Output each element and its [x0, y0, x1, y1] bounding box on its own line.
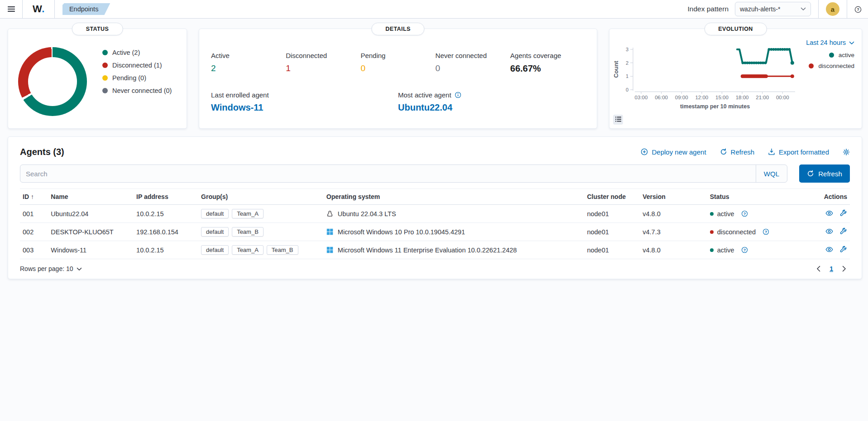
status-panel: STATUS Active (2)Disconnected (1)Pending…	[8, 29, 187, 129]
most-active-value[interactable]: Ubuntu22.04	[398, 102, 585, 113]
list-icon	[615, 116, 621, 124]
agent-name[interactable]: Ubuntu22.04	[48, 205, 134, 223]
column-header-id[interactable]: ID ↑	[20, 189, 48, 205]
column-header-name[interactable]: Name	[48, 189, 134, 205]
info-icon[interactable]	[455, 92, 462, 99]
view-agent-eye-icon[interactable]	[825, 227, 833, 235]
next-page-button[interactable]	[842, 266, 846, 272]
group-chip[interactable]: Team_B	[267, 245, 298, 255]
agent-ip: 10.0.2.15	[134, 241, 198, 259]
search-input[interactable]	[20, 165, 756, 182]
group-chip[interactable]: Team_B	[232, 227, 264, 237]
stat-label: Agents coverage	[510, 52, 585, 59]
legend-dot-icon	[102, 63, 108, 68]
legend-label: active	[839, 52, 854, 58]
svg-text:Count: Count	[613, 61, 619, 78]
previous-page-button[interactable]	[816, 266, 820, 272]
page-content: STATUS Active (2)Disconnected (1)Pending…	[0, 19, 868, 279]
wazuh-logo[interactable]: W.	[23, 0, 54, 18]
svg-text:21:00: 21:00	[756, 95, 769, 100]
group-chip[interactable]: default	[201, 209, 229, 218]
gear-icon	[843, 148, 850, 155]
column-header-group-s-[interactable]: Group(s)	[198, 189, 324, 205]
evolution-legend-item[interactable]: disconnected	[809, 63, 854, 69]
page-number[interactable]: 1	[830, 265, 833, 272]
stat-disconnected: Disconnected1	[286, 52, 360, 74]
chevron-down-icon	[801, 7, 806, 11]
export-formatted-button[interactable]: Export formatted	[768, 148, 829, 156]
manage-agent-wrench-icon[interactable]	[839, 246, 847, 253]
agent-row[interactable]: 003Windows-1110.0.2.15defaultTeam_ATeam_…	[20, 241, 850, 259]
status-dot-icon	[710, 248, 714, 252]
agent-id: 001	[20, 205, 48, 223]
menu-button[interactable]	[0, 0, 22, 18]
column-header-status[interactable]: Status	[707, 189, 804, 205]
topbar: W. Endpoints Index pattern wazuh-alerts-…	[0, 0, 868, 19]
avatar[interactable]: a	[826, 2, 839, 16]
refresh-button[interactable]: Refresh	[799, 165, 850, 183]
svg-text:2: 2	[626, 60, 628, 66]
status-legend-item[interactable]: Disconnected (1)	[102, 62, 172, 69]
status-help-icon[interactable]: ?	[762, 228, 769, 235]
stat-never-connected: Never connected0	[436, 52, 510, 74]
status-help-icon[interactable]: ?	[741, 210, 748, 217]
help-button[interactable]: ?	[854, 5, 862, 13]
windows-icon	[326, 228, 334, 236]
status-legend-item[interactable]: Pending (0)	[102, 74, 172, 82]
stat-value: 0	[436, 63, 510, 73]
agent-status: active?	[707, 241, 804, 259]
column-header-ip-address[interactable]: IP address	[134, 189, 198, 205]
column-header-cluster-node[interactable]: Cluster node	[584, 189, 640, 205]
agent-name[interactable]: Windows-11	[48, 241, 134, 259]
status-legend-item[interactable]: Active (2)	[102, 49, 172, 56]
manage-agent-wrench-icon[interactable]	[839, 227, 847, 235]
status-dot-icon	[710, 212, 714, 216]
agent-groups: defaultTeam_B	[198, 223, 324, 241]
hamburger-icon	[8, 5, 15, 13]
details-panel-title: DETAILS	[371, 23, 424, 35]
view-agent-eye-icon[interactable]	[825, 209, 833, 217]
agent-id: 003	[20, 241, 48, 259]
agent-name[interactable]: DESKTOP-KLUO65T	[48, 223, 134, 241]
agents-table: ID ↑NameIP addressGroup(s)Operating syst…	[20, 189, 850, 259]
status-help-icon[interactable]: ?	[741, 247, 748, 253]
table-settings-button[interactable]	[843, 148, 850, 155]
svg-text:?: ?	[743, 212, 746, 216]
refresh-link[interactable]: Refresh	[720, 148, 755, 156]
last-enrolled-value[interactable]: Windows-11	[211, 102, 398, 113]
stat-value: 0	[360, 63, 435, 73]
group-chip[interactable]: default	[201, 245, 229, 255]
agent-os: Microsoft Windows 10 Pro 10.0.19045.4291	[324, 223, 585, 241]
tab-endpoints[interactable]: Endpoints	[62, 3, 110, 15]
svg-text:1: 1	[626, 73, 628, 79]
column-header-version[interactable]: Version	[640, 189, 707, 205]
status-legend-item[interactable]: Never connected (0)	[102, 87, 172, 94]
inspect-data-button[interactable]	[613, 115, 623, 125]
group-chip[interactable]: Team_A	[232, 209, 264, 218]
time-range-select[interactable]: Last 24 hours	[806, 39, 854, 46]
group-chip[interactable]: default	[201, 227, 229, 237]
status-donut-chart[interactable]	[18, 47, 87, 116]
agent-ip: 10.0.2.15	[134, 205, 198, 223]
rows-per-page-select[interactable]: Rows per page: 10	[20, 265, 82, 272]
search-bar: WQL	[20, 165, 787, 183]
stat-coverage: Agents coverage66.67%	[510, 52, 585, 74]
index-pattern-select[interactable]: wazuh-alerts-*	[735, 2, 811, 16]
stat-label: Disconnected	[286, 52, 360, 59]
evolution-legend-item[interactable]: active	[829, 52, 854, 58]
agent-cluster-node: node01	[584, 205, 640, 223]
evolution-legend: activedisconnected	[809, 52, 854, 69]
group-chip[interactable]: Team_A	[232, 245, 264, 255]
manage-agent-wrench-icon[interactable]	[839, 209, 847, 217]
legend-dot-icon	[102, 88, 108, 93]
wql-button[interactable]: WQL	[756, 165, 787, 182]
agent-row[interactable]: 001Ubuntu22.0410.0.2.15defaultTeam_AUbun…	[20, 205, 850, 223]
stat-value: 1	[286, 63, 360, 73]
column-header-operating-system[interactable]: Operating system	[324, 189, 585, 205]
stat-label: Never connected	[436, 52, 510, 59]
divider	[54, 0, 55, 18]
deploy-new-agent-button[interactable]: Deploy new agent	[641, 148, 706, 156]
svg-text:09:00: 09:00	[675, 95, 688, 100]
view-agent-eye-icon[interactable]	[825, 246, 833, 253]
agent-row[interactable]: 002DESKTOP-KLUO65T192.168.0.154defaultTe…	[20, 223, 850, 241]
